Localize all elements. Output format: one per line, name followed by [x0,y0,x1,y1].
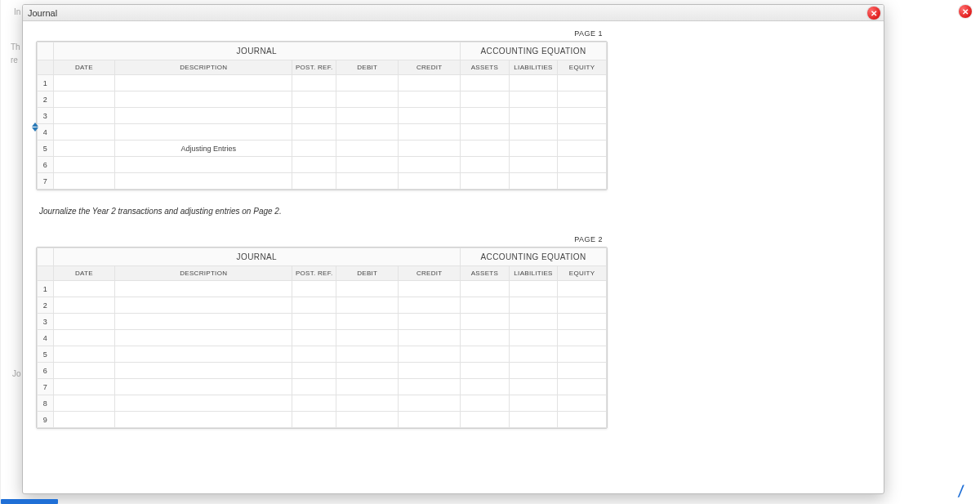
cell-assets[interactable] [461,379,510,395]
table-row[interactable]: 5 [38,346,607,363]
cell-assets[interactable] [461,124,510,140]
cell-debit[interactable] [336,91,399,108]
cell-description[interactable] [115,314,292,330]
table-row[interactable]: 4 [38,124,607,140]
cell-date[interactable] [53,173,115,190]
cell-date[interactable] [53,346,115,363]
cell-description[interactable] [115,281,292,297]
cell-description[interactable] [115,297,292,314]
cell-date[interactable] [53,395,115,412]
cell-liabilities[interactable] [509,124,558,140]
cell-liabilities[interactable] [509,173,558,190]
cell-post-ref[interactable] [292,173,336,190]
cell-description[interactable] [115,157,292,173]
cell-liabilities[interactable] [509,75,558,91]
cell-liabilities[interactable] [509,379,558,395]
cell-assets[interactable] [461,412,510,428]
table-row[interactable]: 6 [38,157,607,173]
cell-assets[interactable] [461,281,510,297]
cell-equity[interactable] [558,330,607,346]
cell-description[interactable] [115,412,292,428]
cell-credit[interactable] [399,412,461,428]
cell-credit[interactable] [399,281,461,297]
cell-date[interactable] [53,363,115,379]
cell-assets[interactable] [461,75,510,91]
cell-post-ref[interactable] [292,363,336,379]
cell-description[interactable] [115,379,292,395]
cell-post-ref[interactable] [292,91,336,108]
cell-post-ref[interactable] [292,124,336,140]
cell-liabilities[interactable] [509,330,558,346]
cell-debit[interactable] [336,75,399,91]
cell-assets[interactable] [461,173,510,190]
table-row[interactable]: 4 [38,330,607,346]
cell-post-ref[interactable] [292,140,336,157]
cell-credit[interactable] [399,91,461,108]
cell-equity[interactable] [558,297,607,314]
cell-liabilities[interactable] [509,281,558,297]
cell-post-ref[interactable] [292,108,336,124]
cell-equity[interactable] [558,363,607,379]
cell-assets[interactable] [461,314,510,330]
cell-description[interactable] [115,395,292,412]
cell-assets[interactable] [461,91,510,108]
cell-credit[interactable] [399,75,461,91]
cell-debit[interactable] [336,297,399,314]
cell-equity[interactable] [558,379,607,395]
cell-equity[interactable] [558,412,607,428]
cell-description[interactable] [115,346,292,363]
table-row[interactable]: 9 [38,412,607,428]
cell-equity[interactable] [558,157,607,173]
cell-post-ref[interactable] [292,75,336,91]
table-row[interactable]: 7 [38,173,607,190]
window-body[interactable]: PAGE 1 JOURNAL [23,21,884,493]
cell-description[interactable] [115,363,292,379]
cell-post-ref[interactable] [292,281,336,297]
cell-assets[interactable] [461,395,510,412]
cell-credit[interactable] [399,124,461,140]
cell-assets[interactable] [461,363,510,379]
cell-description[interactable]: Adjusting Entries [115,140,292,157]
cell-equity[interactable] [558,140,607,157]
cell-date[interactable] [53,91,115,108]
cell-liabilities[interactable] [509,91,558,108]
cell-date[interactable] [53,412,115,428]
cell-description[interactable] [115,124,292,140]
cell-post-ref[interactable] [292,412,336,428]
table-row[interactable]: 5Adjusting Entries [38,140,607,157]
cell-equity[interactable] [558,108,607,124]
cell-description[interactable] [115,173,292,190]
cell-credit[interactable] [399,330,461,346]
cell-post-ref[interactable] [292,330,336,346]
cell-equity[interactable] [558,91,607,108]
cell-post-ref[interactable] [292,314,336,330]
cell-debit[interactable] [336,330,399,346]
cell-date[interactable] [53,297,115,314]
cell-assets[interactable] [461,140,510,157]
table-row[interactable]: 2 [38,91,607,108]
cell-credit[interactable] [399,363,461,379]
cell-liabilities[interactable] [509,297,558,314]
table-row[interactable]: 1 [38,281,607,297]
cell-assets[interactable] [461,330,510,346]
table-row[interactable]: 2 [38,297,607,314]
cell-date[interactable] [53,157,115,173]
cell-description[interactable] [115,75,292,91]
cell-credit[interactable] [399,157,461,173]
cell-liabilities[interactable] [509,314,558,330]
cell-credit[interactable] [399,297,461,314]
cell-debit[interactable] [336,363,399,379]
table-row[interactable]: 6 [38,363,607,379]
cell-description[interactable] [115,108,292,124]
cell-date[interactable] [53,75,115,91]
cell-debit[interactable] [336,108,399,124]
cell-liabilities[interactable] [509,346,558,363]
cell-debit[interactable] [336,281,399,297]
table-row[interactable]: 3 [38,314,607,330]
cell-credit[interactable] [399,346,461,363]
table-row[interactable]: 3 [38,108,607,124]
cell-equity[interactable] [558,124,607,140]
cell-credit[interactable] [399,314,461,330]
cell-date[interactable] [53,314,115,330]
cell-equity[interactable] [558,75,607,91]
